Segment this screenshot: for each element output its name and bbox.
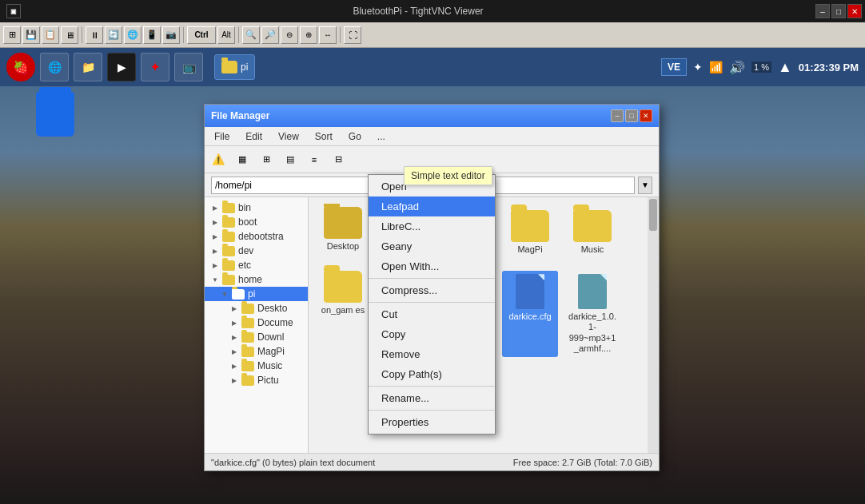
fm-restore-button[interactable]: □ (625, 109, 638, 122)
vnc-tool-10[interactable]: Ctrl (187, 26, 216, 44)
ctx-copy-paths[interactable]: Copy Path(s) (369, 364, 495, 384)
file-label: darkice_1.0.1-999~mp3+1_armhf.... (568, 312, 617, 354)
sidebar-item-home[interactable]: ▼ home (205, 272, 308, 287)
context-menu: Open Leafpad LibreC... Geany Open With..… (368, 174, 496, 435)
folder-icon (241, 332, 254, 343)
file-label: on_gam es (321, 305, 365, 315)
fm-tb-view3[interactable]: ▤ (280, 149, 301, 170)
fm-statusbar: "darkice.cfg" (0 bytes) plain text docum… (205, 453, 659, 470)
sidebar-item-debootstrap[interactable]: ▶ debootstra (205, 229, 308, 244)
sidebar-label: home (238, 274, 262, 285)
ctx-libreoffice[interactable]: LibreC... (369, 216, 495, 236)
vnc-tool-11[interactable]: Alt (217, 26, 235, 44)
ctx-rename[interactable]: Rename... (369, 388, 495, 408)
pi-text-button[interactable]: ✦ (141, 53, 169, 81)
ctx-open-with[interactable]: Open With... (369, 256, 495, 276)
vnc-tool-12[interactable]: 🔍 (242, 26, 260, 44)
ctx-geany[interactable]: Geany (369, 236, 495, 256)
vnc-sep-1 (82, 27, 82, 43)
expand-icon: ▶ (230, 304, 238, 312)
ctx-sep-1 (369, 278, 495, 279)
pi-clock: 01:23:39 PM (799, 62, 859, 73)
fm-menu-edit[interactable]: Edit (239, 129, 269, 144)
vnc-tool-zoom-out[interactable]: ⊖ (281, 26, 298, 44)
fm-scrollbar[interactable] (648, 197, 659, 453)
fm-tb-view5[interactable]: ⊟ (328, 149, 349, 170)
fm-menu-sort[interactable]: Sort (309, 129, 339, 144)
sidebar-item-downloads[interactable]: ▶ Downl (205, 330, 308, 344)
file-label: darkice.cfg (508, 312, 551, 322)
folder-icon (222, 275, 235, 285)
pi-logo-button[interactable]: 🍓 (6, 53, 35, 81)
vnc-sep-2 (183, 27, 184, 43)
vnc-tool-1[interactable]: ⊞ (3, 26, 21, 44)
vnc-tool-zoom-reset[interactable]: ⊕ (300, 26, 317, 44)
vnc-tool-2[interactable]: 💾 (22, 26, 40, 44)
pi-arrow-icon: ▲ (778, 59, 792, 76)
vnc-tool-9[interactable]: 📷 (162, 26, 180, 44)
pi-app-button[interactable]: 📺 (174, 53, 203, 81)
fm-titlebar: File Manager – □ ✕ (205, 105, 659, 127)
ctx-compress[interactable]: Compress... (369, 280, 495, 300)
sidebar-item-bin[interactable]: ▶ bin (205, 200, 308, 215)
trash-icon[interactable] (36, 92, 74, 137)
fm-menu-file[interactable]: File (208, 129, 236, 144)
vnc-tool-3[interactable]: 📋 (42, 26, 59, 44)
pi-globe-button[interactable]: 🌐 (40, 53, 69, 81)
folder-icon (241, 347, 254, 357)
file-item-darkice-cfg[interactable]: darkice.cfg (502, 271, 558, 357)
file-item-on-games[interactable]: on_gam es (315, 268, 371, 357)
sidebar-item-dev[interactable]: ▶ dev (205, 244, 308, 258)
vnc-close-button[interactable]: ✕ (847, 4, 862, 18)
file-item-desktop[interactable]: Desktop (315, 204, 371, 258)
vnc-tool-5[interactable]: ⏸ (86, 26, 103, 44)
fm-minimize-button[interactable]: – (611, 109, 624, 122)
pi-files-button[interactable]: 📁 (74, 53, 102, 81)
pi-system-tray: VE ✦ 📶 🔊 1 % ▲ 01:23:39 PM (661, 58, 859, 76)
sidebar-item-music[interactable]: ▶ Music (205, 359, 308, 373)
pi-terminal-button[interactable]: ▶ (107, 53, 136, 81)
vnc-tool-fullscreen[interactable]: ⛶ (344, 26, 361, 44)
sidebar-item-magpi[interactable]: ▶ MagPi (205, 344, 308, 359)
fm-tb-warning[interactable]: ⚠️ (208, 149, 229, 170)
sidebar-label: boot (238, 216, 257, 228)
sidebar-item-documents[interactable]: ▶ Docume (205, 315, 308, 330)
vnc-title: BluetoothPi - TightVNC Viewer (21, 6, 815, 17)
fm-title: File Manager (211, 110, 269, 121)
fm-tb-view2[interactable]: ⊞ (256, 149, 277, 170)
expand-icon: ▶ (211, 218, 219, 226)
fm-tb-view4[interactable]: ≡ (304, 149, 325, 170)
vnc-tool-7[interactable]: 🌐 (124, 26, 142, 44)
vnc-tool-6[interactable]: 🔄 (105, 26, 122, 44)
fm-menu-view[interactable]: View (272, 129, 305, 144)
fm-scroll-thumb (649, 199, 657, 231)
ctx-properties[interactable]: Properties (369, 412, 495, 432)
vnc-tool-8[interactable]: 📱 (143, 26, 161, 44)
sidebar-item-pictures[interactable]: ▶ Pictu (205, 373, 308, 387)
ctx-copy[interactable]: Copy (369, 324, 495, 344)
ctx-leafpad[interactable]: Leafpad (369, 196, 495, 216)
vnc-tool-4[interactable]: 🖥 (61, 26, 78, 44)
fm-tb-view1[interactable]: ▦ (232, 149, 253, 170)
sidebar-label: Downl (257, 331, 284, 343)
fm-menu-go[interactable]: Go (342, 129, 368, 144)
fm-location-dropdown[interactable]: ▼ (638, 177, 652, 194)
pi-taskbar-folder-item[interactable]: pi (214, 54, 255, 80)
sidebar-item-boot[interactable]: ▶ boot (205, 215, 308, 229)
fm-statusbar-disk-info: Free space: 2.7 GiB (Total: 7.0 GiB) (513, 458, 652, 467)
fm-close-button[interactable]: ✕ (640, 109, 652, 122)
sidebar-item-etc[interactable]: ▶ etc (205, 258, 308, 272)
ctx-remove[interactable]: Remove (369, 344, 495, 364)
ctx-cut[interactable]: Cut (369, 304, 495, 324)
vnc-minimize-button[interactable]: – (815, 4, 830, 18)
sidebar-item-desktop[interactable]: ▶ Deskto (205, 301, 308, 315)
sidebar-item-pi[interactable]: ▼ pi (205, 287, 308, 301)
vnc-restore-button[interactable]: □ (831, 4, 846, 18)
fm-menu-tools[interactable]: ... (371, 129, 392, 144)
file-item-music[interactable]: Music (564, 207, 620, 258)
expand-icon: ▶ (211, 204, 219, 212)
vnc-tool-zoom-in[interactable]: 🔎 (261, 26, 279, 44)
file-item-darkice-deb[interactable]: darkice_1.0.1-999~mp3+1_armhf.... (564, 271, 620, 357)
file-item-magpi[interactable]: MagPi (502, 207, 558, 258)
vnc-tool-zoom-fit[interactable]: ↔ (319, 26, 337, 44)
